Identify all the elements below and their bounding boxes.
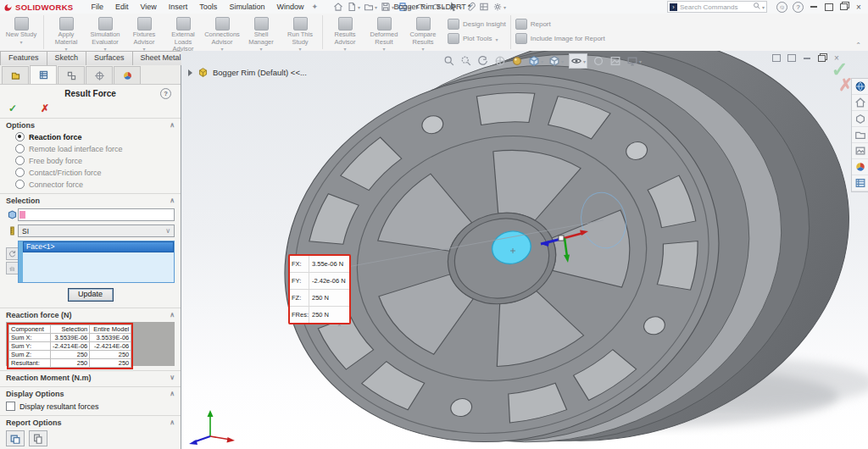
radio-dot[interactable]: [15, 180, 25, 189]
menu-insert[interactable]: Insert: [163, 2, 194, 12]
results-advisor-button[interactable]: Results Advisor▾: [326, 15, 364, 53]
reaction-moment-expand-icon[interactable]: ∨: [170, 374, 175, 382]
radio-dot[interactable]: [15, 132, 25, 141]
display-resultant-checkbox[interactable]: [6, 402, 15, 411]
drag-handle-icon[interactable]: [6, 262, 19, 274]
menu-file[interactable]: File: [85, 2, 109, 12]
hide-show-items-icon[interactable]: ▾: [569, 53, 587, 69]
list-item-face[interactable]: Face<1>: [23, 241, 174, 252]
wheel-rim-model[interactable]: [181, 51, 868, 449]
tab-surfaces[interactable]: Surfaces: [86, 51, 133, 66]
display-options-collapse-icon[interactable]: ∧: [170, 390, 175, 398]
apply-material-button[interactable]: Apply Material▾: [47, 15, 86, 53]
manager-tab-property-manager[interactable]: [30, 65, 57, 84]
plot-tools-button[interactable]: Plot Tools▾: [448, 33, 506, 44]
doc-minimize-button[interactable]: [804, 58, 810, 59]
new-study-button[interactable]: New Study▾: [2, 15, 41, 46]
section-view-icon[interactable]: [494, 55, 506, 67]
design-insight-button[interactable]: Design Insight: [448, 19, 506, 30]
close-button[interactable]: ×: [853, 3, 865, 12]
list-refresh-icon[interactable]: [6, 247, 19, 260]
radio-dot[interactable]: [15, 156, 25, 165]
run-this-study-button[interactable]: Run This Study▾: [281, 15, 320, 53]
tree-expand-icon[interactable]: [188, 69, 192, 76]
tab-features[interactable]: Features: [0, 51, 47, 66]
appearance-icon[interactable]: [511, 55, 523, 67]
graphics-viewport[interactable]: Bogger Rim (Default) <<... ▾▾▾▾ × ✓ ✗ FX…: [181, 51, 868, 449]
view-orientation-icon[interactable]: ▾: [528, 55, 543, 67]
confirmation-corner: ✓ ✗: [826, 61, 853, 91]
shell-manager-button[interactable]: Shell Manager▾: [242, 15, 281, 53]
update-button[interactable]: Update: [68, 288, 114, 302]
callout-collapse-icon[interactable]: ⌃: [337, 324, 342, 331]
manager-tab-feature-manager[interactable]: [2, 66, 29, 84]
panel-help-icon[interactable]: ?: [160, 88, 171, 99]
search-input[interactable]: › Search Commands ▾: [667, 1, 767, 13]
manager-tab-configuration-manager[interactable]: [58, 66, 85, 84]
menu-tools[interactable]: Tools: [193, 2, 223, 12]
face-selection-icon: [6, 209, 18, 220]
radio-dot[interactable]: [15, 144, 25, 153]
login-user-icon[interactable]: ☺: [776, 2, 787, 13]
selection-field[interactable]: [18, 208, 175, 221]
feature-tree-root[interactable]: Bogger Rim (Default) <<...: [188, 67, 307, 78]
menu-edit[interactable]: Edit: [109, 2, 135, 12]
maximize-button[interactable]: [825, 3, 833, 11]
radio-free-body-force[interactable]: Free body force: [15, 156, 175, 165]
fixtures-advisor-button[interactable]: Fixtures Advisor▾: [125, 15, 164, 53]
doc-restore-button[interactable]: [818, 55, 826, 62]
radio-contact-friction-force[interactable]: Contact/Friction force: [15, 168, 175, 177]
menu-view[interactable]: View: [134, 2, 162, 12]
display-style-icon[interactable]: ▾: [548, 55, 564, 67]
ribbon-group-0: New Study▾: [0, 14, 42, 51]
menu-window[interactable]: Window: [270, 2, 309, 12]
reaction-force-body: ComponentSelectionEntire ModelSum X:3.55…: [6, 322, 175, 366]
options-collapse-icon[interactable]: ∧: [170, 121, 175, 130]
radio-dot[interactable]: [15, 168, 25, 177]
connections-advisor-button[interactable]: Connections Advisor▾: [203, 15, 242, 53]
view-settings-icon[interactable]: ▾: [626, 55, 642, 67]
restore-button[interactable]: [840, 3, 848, 10]
menu-simulation[interactable]: Simulation: [223, 2, 270, 12]
manager-tab-display-manager[interactable]: [114, 66, 141, 84]
report-options-collapse-icon[interactable]: ∧: [170, 419, 175, 427]
search-caret-icon[interactable]: ▾: [762, 4, 765, 10]
selected-entities-list[interactable]: Face<1>: [18, 241, 175, 283]
tab-sketch[interactable]: Sketch: [47, 51, 87, 66]
radio-connector-force[interactable]: Connector force: [15, 180, 175, 189]
search-icon[interactable]: [753, 2, 761, 12]
copy-report-icon[interactable]: [29, 430, 47, 446]
selection-collapse-icon[interactable]: ∧: [170, 197, 175, 205]
simulation-evaluator-button[interactable]: Simulation Evaluator▾: [86, 15, 125, 53]
taskpane-file-explorer-icon[interactable]: [852, 127, 868, 143]
zoom-fit-icon[interactable]: [443, 55, 455, 67]
cancel-button[interactable]: ✗: [41, 103, 49, 114]
compare-results-button[interactable]: Compare Results▾: [403, 15, 442, 53]
doc-pane-left-icon[interactable]: [772, 54, 781, 62]
include-image-for-report-button[interactable]: Include Image for Report: [515, 33, 605, 44]
minimize-button[interactable]: [810, 6, 817, 8]
taskpane-custom-properties-icon[interactable]: [852, 175, 868, 191]
manager-tab-dimxpert-manager[interactable]: [86, 66, 113, 84]
previous-view-icon[interactable]: [477, 55, 489, 67]
zoom-area-icon[interactable]: [460, 55, 472, 67]
report-button[interactable]: Report: [515, 19, 605, 30]
save-report-icon[interactable]: [6, 430, 25, 446]
table-header-selection: Selection: [51, 325, 90, 334]
deformed-result-button[interactable]: Deformed Result▾: [364, 15, 403, 53]
taskpane-3dexperience-icon[interactable]: [852, 79, 868, 95]
taskpane-design-library-icon[interactable]: [852, 111, 868, 127]
units-dropdown[interactable]: SI ∨: [18, 224, 175, 237]
help-icon[interactable]: ?: [793, 2, 804, 13]
taskpane-view-palette-icon[interactable]: [852, 143, 868, 159]
taskpane-home-icon[interactable]: [852, 95, 868, 111]
radio-reaction-force[interactable]: Reaction force: [15, 132, 175, 141]
reaction-force-collapse-icon[interactable]: ∧: [170, 311, 175, 319]
taskpane-appearances-scenes-icon[interactable]: [852, 159, 868, 175]
scene-icon[interactable]: [609, 55, 621, 67]
radio-remote-load-interface-force[interactable]: Remote load interface force: [15, 144, 175, 153]
ribbon-collapse-icon[interactable]: ⌃: [855, 42, 861, 49]
ok-button[interactable]: ✓: [8, 103, 17, 114]
edit-appearance-icon[interactable]: [593, 55, 604, 67]
doc-pane-right-icon[interactable]: [787, 54, 796, 62]
